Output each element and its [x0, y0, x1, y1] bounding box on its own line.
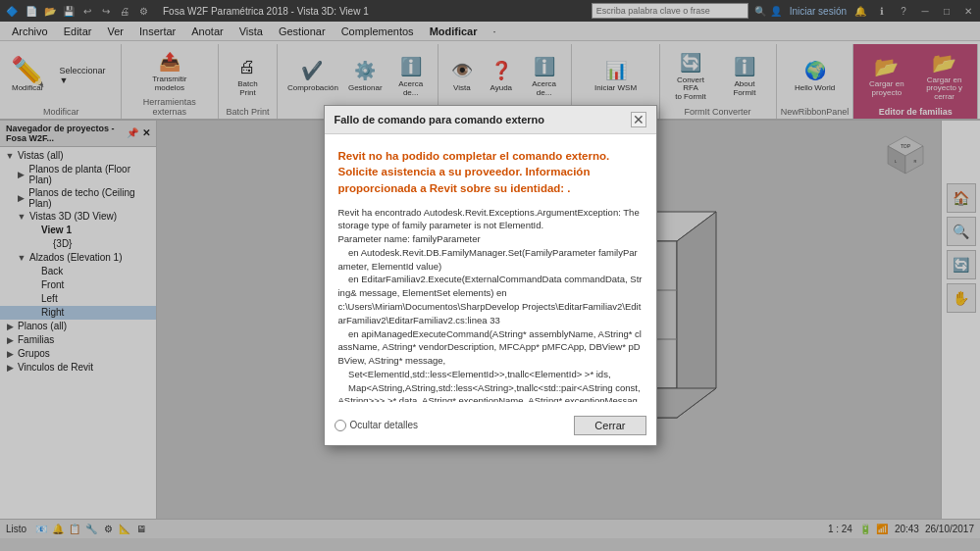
dialog-title: Fallo de comando para comando externo [335, 114, 545, 125]
hide-details-label: Ocultar detalles [350, 420, 418, 430]
dialog-overlay: Fallo de comando para comando externo ✕ … [0, 0, 980, 551]
dialog-close-x-btn[interactable]: ✕ [631, 112, 646, 127]
hide-details-radio[interactable] [335, 420, 346, 431]
dialog-footer: Ocultar detalles Cerrar [325, 410, 656, 445]
dialog-body: Revit no ha podido completar el comando … [325, 134, 656, 409]
dialog-detail-text: Revit ha encontrado Autodesk.Revit.Excep… [338, 206, 643, 402]
dialog-main-message: Revit no ha podido completar el comando … [338, 148, 643, 195]
error-dialog: Fallo de comando para comando externo ✕ … [324, 105, 657, 445]
dialog-close-button[interactable]: Cerrar [574, 416, 645, 435]
hide-details-btn[interactable]: Ocultar detalles [335, 420, 418, 431]
dialog-title-bar: Fallo de comando para comando externo ✕ [325, 106, 656, 134]
